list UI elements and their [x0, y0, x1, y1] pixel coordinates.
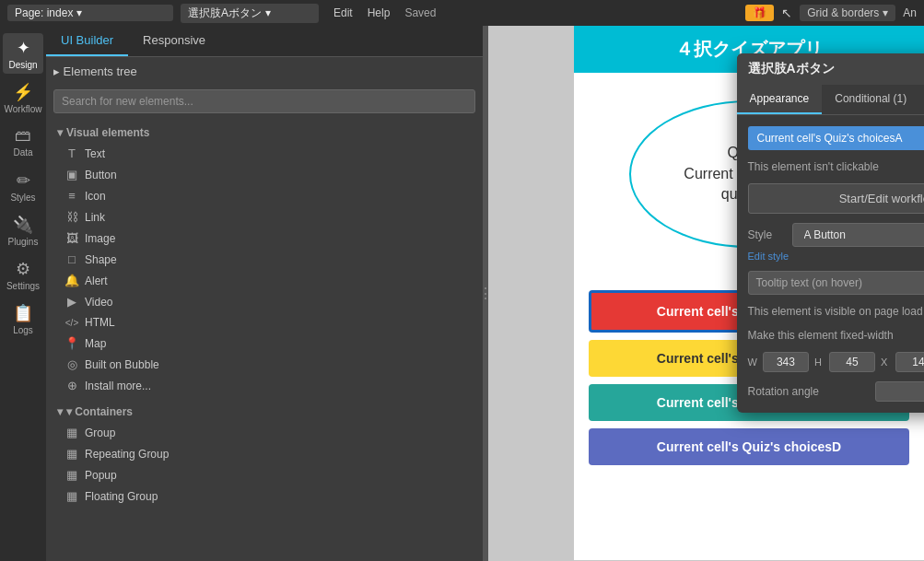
- field-value-display[interactable]: Current cell's Quiz's choicesA: [748, 126, 925, 150]
- canvas-area[interactable]: 選択肢Aボタン ? ℹ 💬 ✕ Appearance Conditional (…: [488, 26, 925, 561]
- icon-label: Icon: [85, 190, 106, 203]
- install-label: Install more...: [85, 380, 151, 392]
- settings-icon: ⚙: [16, 259, 30, 279]
- height-input[interactable]: [829, 352, 875, 372]
- top-bar: Page: index ▾ 選択肢Aボタン ▾ Edit Help Saved …: [0, 0, 924, 26]
- styles-icon: ✏: [17, 170, 30, 191]
- element-text[interactable]: T Text: [46, 143, 483, 164]
- bubble-icon: ◎: [64, 357, 79, 371]
- sidebar-item-styles[interactable]: ✏ Styles: [3, 166, 43, 206]
- tab-appearance[interactable]: Appearance: [737, 85, 823, 114]
- x-input[interactable]: [895, 352, 924, 372]
- edit-button[interactable]: Edit: [333, 6, 353, 19]
- edit-style-link[interactable]: Edit style: [748, 251, 789, 262]
- not-clickable-row: This element isn't clickable: [748, 159, 925, 174]
- tab-conditional[interactable]: Conditional (1): [822, 85, 919, 114]
- fixed-width-label: Make this element fixed-width: [748, 329, 894, 342]
- top-bar-right: 🎁 ↖ Grid & borders ▾ An: [745, 5, 917, 21]
- style-row: Style A Button: [748, 223, 925, 247]
- styles-label: Styles: [10, 193, 35, 203]
- tab-ui-builder[interactable]: UI Builder: [46, 26, 128, 56]
- sidebar-item-workflow[interactable]: ⚡ Workflow: [3, 77, 43, 118]
- repeating-group-icon: ▦: [64, 447, 79, 461]
- element-name-label: 選択肢Aボタン: [188, 6, 262, 21]
- button-label: Button: [85, 169, 117, 181]
- container-repeating-group[interactable]: ▦ Repeating Group: [46, 443, 483, 464]
- help-button[interactable]: Help: [368, 6, 391, 19]
- workflow-icon: ⚡: [13, 82, 33, 102]
- image-icon: 🖼: [64, 231, 79, 245]
- sidebar-item-plugins[interactable]: 🔌 Plugins: [3, 210, 43, 251]
- elements-tree-header[interactable]: ▸ Elements tree: [46, 61, 483, 82]
- group-label: Group: [85, 427, 115, 439]
- sidebar-item-logs[interactable]: 📋 Logs: [3, 298, 43, 339]
- main-content: ✦ Design ⚡ Workflow 🗃 Data ✏ Styles 🔌 Pl…: [0, 26, 924, 561]
- sidebar-item-settings[interactable]: ⚙ Settings: [3, 254, 43, 295]
- bubble-label: Built on Bubble: [85, 358, 159, 371]
- element-alert[interactable]: 🔔 Alert: [46, 270, 483, 291]
- width-input[interactable]: [763, 352, 809, 372]
- h-label: H: [814, 356, 824, 368]
- choice-d-button[interactable]: Current cell's Quiz's choicesD: [589, 428, 909, 465]
- containers-title[interactable]: ▾ ▾ Containers: [46, 402, 483, 422]
- element-video[interactable]: ▶ Video: [46, 291, 483, 312]
- visible-on-load-label: This element is visible on page load: [748, 305, 923, 318]
- sidebar-item-data[interactable]: 🗃 Data: [3, 122, 43, 162]
- tab-transitions[interactable]: Transitions: [919, 85, 924, 114]
- install-icon: ⊕: [64, 379, 79, 392]
- saved-status: Saved: [404, 6, 436, 19]
- sidebar-item-design[interactable]: ✦ Design: [3, 33, 43, 74]
- cursor-button[interactable]: ↖: [781, 6, 792, 20]
- map-icon: 📍: [64, 336, 79, 350]
- text-label: Text: [85, 147, 105, 160]
- element-built-on-bubble[interactable]: ◎ Built on Bubble: [46, 354, 483, 375]
- not-clickable-label: This element isn't clickable: [748, 160, 879, 173]
- grid-borders-button[interactable]: Grid & borders ▾: [800, 5, 895, 21]
- html-icon: </>: [64, 318, 79, 328]
- visual-elements-title[interactable]: ▾ Visual elements: [46, 123, 483, 143]
- image-label: Image: [85, 232, 115, 245]
- element-button[interactable]: ▣ Button: [46, 164, 483, 185]
- element-map[interactable]: 📍 Map: [46, 333, 483, 354]
- rotation-label: Rotation angle: [748, 385, 819, 398]
- group-icon: ▦: [64, 426, 79, 439]
- element-image[interactable]: 🖼 Image: [46, 228, 483, 249]
- repeating-group-label: Repeating Group: [85, 448, 169, 461]
- style-select[interactable]: A Button: [792, 223, 925, 247]
- x-label: X: [881, 356, 890, 368]
- element-link[interactable]: ⛓ Link: [46, 206, 483, 228]
- containers-section: ▾ ▾ Containers ▦ Group ▦ Repeating Group…: [46, 402, 483, 507]
- element-shape[interactable]: □ Shape: [46, 249, 483, 270]
- style-label: Style: [748, 228, 785, 241]
- map-label: Map: [85, 337, 106, 350]
- button-icon: ▣: [64, 168, 79, 181]
- element-icon[interactable]: ≡ Icon: [46, 185, 483, 206]
- modal-tabs: Appearance Conditional (1) Transitions: [737, 85, 925, 115]
- plugins-icon: 🔌: [13, 215, 33, 235]
- visual-elements-section: ▾ Visual elements T Text ▣ Button ≡ Icon…: [46, 121, 483, 398]
- tooltip-field[interactable]: Tooltip text (on hover): [748, 271, 925, 295]
- start-edit-workflow-button[interactable]: Start/Edit workflow: [748, 183, 925, 214]
- search-container: [46, 82, 483, 121]
- container-group[interactable]: ▦ Group: [46, 422, 483, 443]
- element-name-selector[interactable]: 選択肢Aボタン ▾: [181, 4, 319, 23]
- icon-icon: ≡: [64, 189, 79, 203]
- gift-button[interactable]: 🎁: [745, 5, 774, 21]
- rotation-input[interactable]: [875, 381, 925, 402]
- data-label: Data: [13, 147, 32, 158]
- html-label: HTML: [85, 316, 115, 329]
- page-selector[interactable]: Page: index ▾: [7, 5, 173, 21]
- fixed-width-row: Make this element fixed-width ✓: [748, 328, 925, 343]
- an-button[interactable]: An: [903, 6, 917, 19]
- tab-responsive[interactable]: Responsive: [128, 26, 220, 56]
- element-install-more[interactable]: ⊕ Install more...: [46, 375, 483, 396]
- search-input[interactable]: [53, 89, 475, 113]
- modal-header: 選択肢Aボタン ? ℹ 💬 ✕: [737, 53, 925, 85]
- floating-group-label: Floating Group: [85, 490, 158, 503]
- modal-title: 選択肢Aボタン: [748, 61, 835, 77]
- container-floating-group[interactable]: ▦ Floating Group: [46, 485, 483, 507]
- container-popup[interactable]: ▦ Popup: [46, 464, 483, 485]
- sidebar-tabs: UI Builder Responsive: [46, 26, 483, 57]
- element-html[interactable]: </> HTML: [46, 312, 483, 333]
- top-bar-actions: Edit Help Saved: [333, 6, 436, 19]
